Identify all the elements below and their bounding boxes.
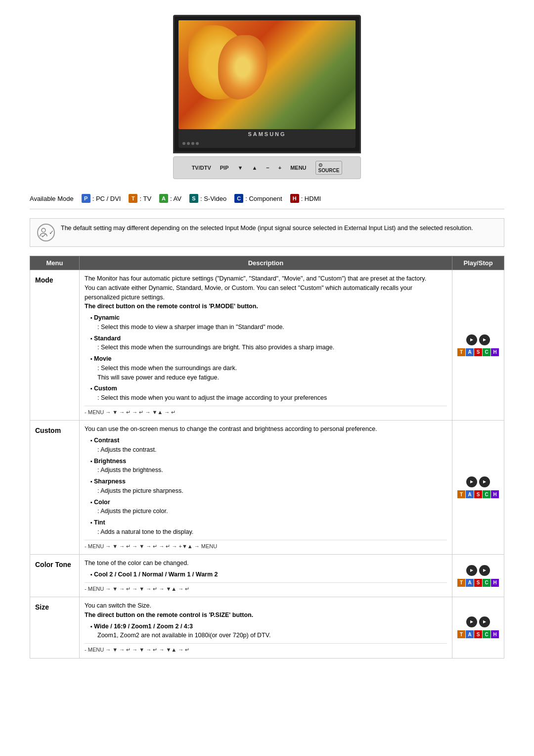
sub-item-desc: : Adjusts the picture color. xyxy=(97,507,447,516)
sub-item-symbol: ▪ xyxy=(90,335,94,341)
sub-item-symbol: ▪ xyxy=(90,356,94,362)
mode-text-component: : Component xyxy=(245,195,282,202)
sub-item-desc: This will save power and reduce eye fati… xyxy=(97,373,447,382)
tv-btn-minus[interactable]: − xyxy=(266,165,269,171)
mode-icon-svideo: S xyxy=(189,194,198,203)
mode-item-tv: T : TV xyxy=(129,194,151,203)
sub-item-3: ▪ Custom: Select this mode when you want… xyxy=(90,384,447,403)
tv-indicator-dots xyxy=(182,142,199,145)
svg-point-0 xyxy=(42,228,45,232)
dot-4 xyxy=(196,142,199,145)
tv-btn-down[interactable]: ▼ xyxy=(238,165,243,171)
tasch-char-c: C xyxy=(483,348,490,356)
table-row: SizeYou can switch the Size.The direct b… xyxy=(30,597,504,659)
tasch-char-t: T xyxy=(457,630,465,638)
sub-item-symbol: ▪ xyxy=(90,437,94,443)
tasch-char-h: H xyxy=(491,579,499,587)
sub-item-2: ▪ Movie: Select this mode when the surro… xyxy=(90,354,447,382)
table-row: Color ToneThe tone of the color can be c… xyxy=(30,555,504,597)
tv-btn-source[interactable]: ⊙SOURCE xyxy=(315,161,343,175)
tv-btn-menu[interactable]: MENU xyxy=(290,165,306,171)
tasch-char-s: S xyxy=(474,630,482,638)
tasch-badge: ▶ ▶ T A S C H xyxy=(457,476,499,498)
sub-item-desc: : Adjusts the picture sharpness. xyxy=(97,486,447,496)
desc-cell-1: You can use the on-screen menus to chang… xyxy=(80,421,452,555)
tasch-char-c: C xyxy=(483,630,490,638)
desc-intro-bold: The direct button on the remote control … xyxy=(85,611,447,620)
play-icons: ▶ ▶ xyxy=(466,334,490,345)
mode-item-av: A : AV xyxy=(159,194,181,203)
sub-item-title: Contrast xyxy=(94,437,119,444)
mode-icon-av: A xyxy=(159,194,168,203)
desc-cell-0: The Monitor has four automatic picture s… xyxy=(80,270,452,421)
tv-controls-bar xyxy=(178,139,356,148)
tv-btn-plus[interactable]: + xyxy=(278,165,281,171)
sub-item-0: ▪ Cool 2 / Cool 1 / Normal / Warm 1 / Wa… xyxy=(90,570,447,579)
desc-cell-2: The tone of the color can be changed.▪ C… xyxy=(80,555,452,597)
tasch-badge: ▶ ▶ T A S C H xyxy=(457,334,499,356)
sub-item-desc: : Adjusts the brightness. xyxy=(97,466,447,475)
sub-item-desc: : Select this mode when you want to adju… xyxy=(97,393,447,403)
tasch-badge: ▶ ▶ T A S C H xyxy=(457,616,499,638)
tv-btn-tvdtv[interactable]: TV/DTV xyxy=(192,165,211,171)
desc-intro: You can switch the Size. xyxy=(85,601,447,611)
tv-btn-up[interactable]: ▲ xyxy=(252,165,257,171)
desc-intro: You can use the on-screen menus to chang… xyxy=(85,425,447,434)
note-icon xyxy=(37,224,55,241)
tasch-badge: ▶ ▶ T A S C H xyxy=(457,565,499,587)
sub-item-title: Wide / 16:9 / Zoom1 / Zoom 2 / 4:3 xyxy=(94,623,193,630)
tasch-text: T A S C H xyxy=(457,490,499,498)
mode-item-svideo: S : S-Video xyxy=(189,194,226,203)
play-cell-2: ▶ ▶ T A S C H xyxy=(452,555,504,597)
sub-item-title: Brightness xyxy=(94,458,126,465)
nav-path: - MENU → ▼ → ↵ → ▼ → ↵ → ▼▲ → ↵ xyxy=(85,582,447,593)
tasch-char-c: C xyxy=(483,579,490,587)
note-text: The default setting may different depend… xyxy=(61,224,473,233)
table-row: CustomYou can use the on-screen menus to… xyxy=(30,421,504,555)
menu-cell-3: Size xyxy=(30,597,80,659)
tasch-char-a: A xyxy=(466,579,474,587)
mode-icon-hdmi: H xyxy=(290,194,299,203)
note-svg-icon xyxy=(38,226,49,239)
tasch-char-h: H xyxy=(491,348,499,356)
sub-item-title: Sharpness xyxy=(94,478,126,485)
tasch-char-h: H xyxy=(491,490,499,498)
mode-item-component: C : Component xyxy=(234,194,282,203)
play-cell-0: ▶ ▶ T A S C H xyxy=(452,270,504,421)
play-icon-1: ▶ xyxy=(466,476,477,487)
sub-item-title: Custom xyxy=(94,385,117,392)
tv-btn-pip[interactable]: PIP xyxy=(220,165,229,171)
available-mode-section: Available Mode P : PC / DVI T : TV A : A… xyxy=(30,194,504,209)
tasch-char-h: H xyxy=(491,630,499,638)
sub-item-title: Cool 2 / Cool 1 / Normal / Warm 1 / Warm… xyxy=(94,571,218,578)
sub-item-0: ▪ Wide / 16:9 / Zoom1 / Zoom 2 / 4:3Zoom… xyxy=(90,622,447,641)
sub-item-1: ▪ Standard: Select this mode when the su… xyxy=(90,334,447,353)
play-icons: ▶ ▶ xyxy=(466,616,490,627)
desc-intro: You can activate either Dynamic, Standar… xyxy=(85,284,447,302)
mode-text-pc: : PC / DVI xyxy=(92,195,121,202)
sub-item-title: Color xyxy=(94,499,110,506)
tasch-char-s: S xyxy=(474,579,482,587)
menu-cell-1: Custom xyxy=(30,421,80,555)
mode-icon-tv: T xyxy=(129,194,137,203)
sub-item-title: Movie xyxy=(94,355,111,362)
tasch-text: T A S C H xyxy=(457,579,499,587)
dot-1 xyxy=(182,142,185,145)
desc-cell-3: You can switch the Size.The direct butto… xyxy=(80,597,452,659)
play-icon-1: ▶ xyxy=(466,616,477,627)
tv-image-container: SAMSUNG TV/DTV PIP ▼ ▲ − + MENU xyxy=(30,15,504,179)
sub-item-title: Dynamic xyxy=(94,314,120,321)
table-header-description: Description xyxy=(80,256,452,270)
note-box: The default setting may different depend… xyxy=(30,218,504,247)
tasch-char-a: A xyxy=(466,630,474,638)
tasch-char-a: A xyxy=(466,348,474,356)
tasch-char-t: T xyxy=(457,348,465,356)
mode-text-av: : AV xyxy=(170,195,181,202)
sub-item-4: ▪ Tint: Adds a natural tone to the displ… xyxy=(90,518,447,537)
tv-display-image xyxy=(178,20,356,129)
tasch-char-s: S xyxy=(474,348,482,356)
tasch-char-c: C xyxy=(483,490,490,498)
table-header-menu: Menu xyxy=(30,256,80,270)
mode-text-tv: : TV xyxy=(139,195,151,202)
tasch-text: T A S C H xyxy=(457,348,499,356)
